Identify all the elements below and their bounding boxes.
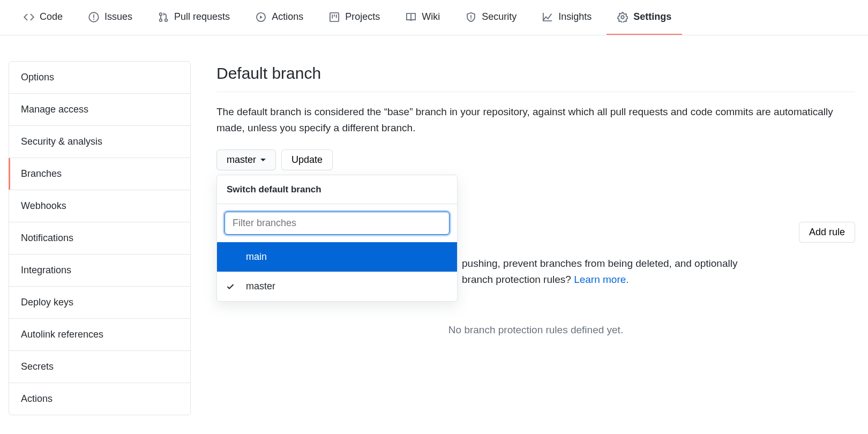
dropdown-title: Switch default branch bbox=[217, 175, 457, 205]
tab-label: Code bbox=[40, 10, 63, 24]
main-content: Default branch The default branch is con… bbox=[216, 61, 855, 415]
tab-label: Projects bbox=[345, 10, 380, 24]
svg-rect-5 bbox=[330, 12, 339, 21]
no-rules-message: No branch protection rules defined yet. bbox=[216, 323, 855, 338]
settings-sidebar: Options Manage access Security & analysi… bbox=[9, 61, 191, 415]
tab-label: Insights bbox=[558, 10, 592, 24]
caret-down-icon bbox=[260, 159, 266, 161]
branch-option-master[interactable]: master bbox=[217, 272, 457, 301]
actions-icon bbox=[256, 12, 266, 23]
wiki-icon bbox=[406, 12, 416, 23]
tab-label: Settings bbox=[633, 10, 671, 24]
tab-insights[interactable]: Insights bbox=[532, 0, 602, 35]
settings-icon bbox=[617, 12, 628, 23]
learn-more-link[interactable]: Learn more. bbox=[574, 274, 628, 285]
tab-projects[interactable]: Projects bbox=[318, 0, 391, 35]
sidebar-item-integrations[interactable]: Integrations bbox=[9, 255, 190, 287]
sidebar-item-security-analysis[interactable]: Security & analysis bbox=[9, 126, 190, 158]
tab-settings[interactable]: Settings bbox=[607, 0, 682, 35]
default-branch-description: The default branch is considered the “ba… bbox=[216, 104, 855, 137]
sidebar-item-webhooks[interactable]: Webhooks bbox=[9, 190, 190, 222]
sidebar-item-manage-access[interactable]: Manage access bbox=[9, 94, 190, 126]
svg-point-6 bbox=[470, 18, 472, 19]
tab-code[interactable]: Code bbox=[13, 0, 73, 35]
tab-label: Wiki bbox=[422, 10, 440, 24]
svg-point-2 bbox=[160, 19, 162, 21]
sidebar-item-deploy-keys[interactable]: Deploy keys bbox=[9, 287, 190, 319]
pr-icon bbox=[158, 12, 169, 23]
tab-label: Security bbox=[482, 10, 517, 24]
svg-point-3 bbox=[165, 19, 168, 21]
tab-security[interactable]: Security bbox=[455, 0, 527, 35]
tab-actions[interactable]: Actions bbox=[245, 0, 314, 35]
sidebar-item-actions[interactable]: Actions bbox=[9, 383, 190, 415]
security-icon bbox=[466, 12, 476, 23]
branch-option-label: main bbox=[241, 250, 267, 264]
filter-branches-input[interactable] bbox=[225, 212, 450, 235]
check-icon bbox=[226, 282, 235, 291]
sidebar-item-autolink-references[interactable]: Autolink references bbox=[9, 319, 190, 351]
sidebar-item-branches[interactable]: Branches bbox=[9, 158, 190, 190]
issue-icon bbox=[88, 12, 99, 23]
code-icon bbox=[24, 12, 34, 23]
update-button[interactable]: Update bbox=[281, 149, 333, 170]
branch-option-label: master bbox=[241, 279, 275, 294]
branch-selector-button[interactable]: master bbox=[216, 149, 276, 170]
svg-point-0 bbox=[93, 18, 94, 19]
tab-label: Issues bbox=[104, 10, 132, 24]
add-rule-button[interactable]: Add rule bbox=[799, 222, 855, 243]
page-title: Default branch bbox=[216, 61, 855, 92]
tab-label: Actions bbox=[272, 10, 303, 24]
sidebar-item-options[interactable]: Options bbox=[9, 62, 190, 94]
insights-icon bbox=[542, 12, 553, 23]
tab-wiki[interactable]: Wiki bbox=[395, 0, 451, 35]
tab-label: Pull requests bbox=[174, 10, 230, 24]
projects-icon bbox=[329, 12, 340, 23]
branch-selector-label: master bbox=[227, 154, 256, 166]
svg-point-7 bbox=[622, 16, 625, 19]
tab-issues[interactable]: Issues bbox=[78, 0, 143, 35]
switch-branch-dropdown: Switch default branch main master bbox=[216, 175, 458, 302]
svg-point-1 bbox=[160, 13, 162, 16]
sidebar-item-notifications[interactable]: Notifications bbox=[9, 222, 190, 255]
repo-nav: Code Issues Pull requests Actions Projec… bbox=[0, 0, 868, 35]
sidebar-item-secrets[interactable]: Secrets bbox=[9, 351, 190, 383]
branch-option-main[interactable]: main bbox=[217, 242, 457, 272]
tab-pull-requests[interactable]: Pull requests bbox=[147, 0, 241, 35]
